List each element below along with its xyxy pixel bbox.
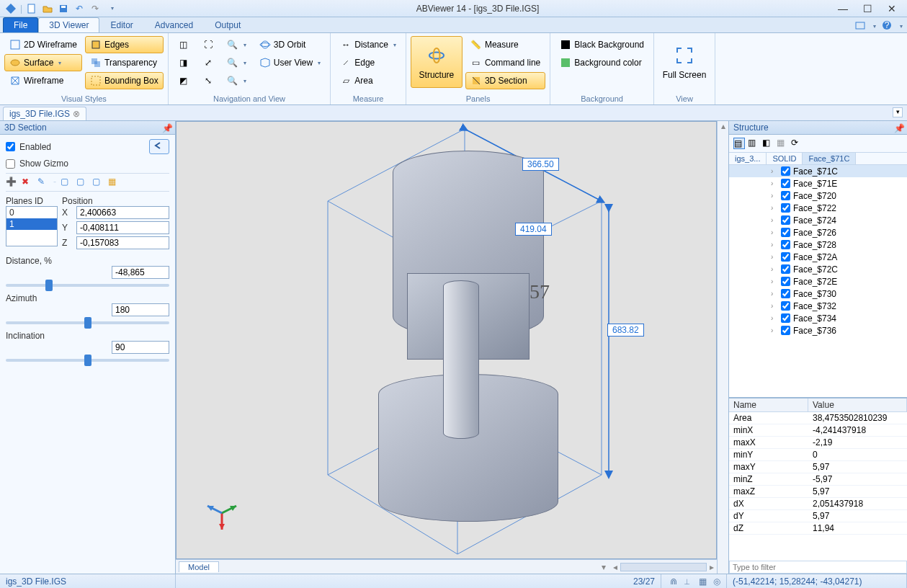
face-checkbox[interactable]: [781, 228, 790, 237]
snap-icon[interactable]: ⋒: [667, 576, 677, 587]
tab-3d-viewer[interactable]: 3D Viewer: [38, 17, 99, 32]
btn-edge[interactable]: ⟋Edge: [335, 54, 401, 71]
btn-transparency[interactable]: Transparency: [85, 54, 164, 71]
scroll-right-icon[interactable]: ▸: [707, 562, 717, 572]
btn-bounding-box[interactable]: Bounding Box: [85, 72, 164, 89]
face-checkbox[interactable]: [781, 326, 790, 335]
plane-tool-icon[interactable]: ✎: [37, 177, 49, 188]
tab-advanced[interactable]: Advanced: [144, 17, 204, 32]
chevron-right-icon[interactable]: ›: [771, 241, 778, 249]
tree-row[interactable]: › Face_$728: [729, 239, 907, 251]
btn-nav-1[interactable]: ◫: [173, 36, 195, 53]
btn-full-screen[interactable]: Full Screen: [658, 36, 710, 88]
grid-icon[interactable]: ▦: [696, 576, 706, 587]
plane-item-1[interactable]: 1: [6, 218, 57, 230]
btn-bg-color[interactable]: Background color: [555, 54, 649, 71]
gizmo-checkbox[interactable]: [6, 159, 15, 169]
btn-wireframe[interactable]: Wireframe: [4, 72, 82, 89]
tree-row[interactable]: › Face_$734: [729, 312, 907, 324]
tree-row[interactable]: › Face_$71E: [729, 177, 907, 190]
minimize-button[interactable]: —: [838, 3, 848, 14]
options-more[interactable]: [871, 20, 876, 30]
tab-close-icon[interactable]: ⊗: [73, 109, 80, 119]
enabled-checkbox[interactable]: [6, 142, 15, 151]
chevron-right-icon[interactable]: ›: [771, 253, 778, 261]
face-checkbox[interactable]: [781, 313, 790, 323]
face-checkbox[interactable]: [781, 191, 790, 200]
osnap-icon[interactable]: ◎: [710, 576, 720, 587]
btn-nav-3[interactable]: ◩: [173, 72, 195, 89]
chevron-right-icon[interactable]: ›: [771, 302, 778, 310]
btn-2d-wireframe[interactable]: 2D Wireframe: [4, 36, 82, 53]
tree-row[interactable]: › Face_$722: [729, 202, 907, 214]
plane-x-icon[interactable]: ▢: [61, 177, 72, 188]
3d-viewport[interactable]: 57 366.50 419.04 683.82: [176, 121, 717, 559]
tree-row[interactable]: › Face_$72A: [729, 251, 907, 263]
btn-nav-4[interactable]: ⛶: [197, 36, 219, 53]
face-checkbox[interactable]: [781, 277, 790, 286]
btn-area[interactable]: ▱Area: [335, 72, 401, 89]
azimuth-input[interactable]: [112, 303, 169, 316]
tab-file[interactable]: File: [3, 17, 38, 32]
tree-row[interactable]: › Face_$72E: [729, 275, 907, 288]
open-icon[interactable]: [41, 2, 54, 15]
btn-3d-section[interactable]: 3D Section: [465, 72, 545, 89]
inclination-input[interactable]: [112, 341, 169, 354]
face-checkbox[interactable]: [781, 166, 790, 176]
chevron-right-icon[interactable]: ›: [771, 192, 778, 200]
redo-icon[interactable]: ↷: [89, 2, 102, 15]
btn-3d-orbit[interactable]: 3D Orbit: [254, 36, 326, 53]
btn-edges[interactable]: Edges: [85, 36, 164, 53]
h-scrollbar[interactable]: [620, 563, 707, 571]
planes-listbox[interactable]: 0 1: [6, 206, 58, 246]
plane-y-icon[interactable]: ▢: [76, 177, 88, 188]
chevron-right-icon[interactable]: ›: [771, 265, 778, 273]
tree-row[interactable]: › Face_$720: [729, 190, 907, 202]
distance-slider[interactable]: [6, 284, 169, 287]
btn-distance[interactable]: ↔Distance: [335, 36, 401, 53]
chevron-right-icon[interactable]: ›: [771, 216, 778, 224]
btn-structure-panel[interactable]: Structure: [411, 36, 463, 88]
chevron-right-icon[interactable]: ›: [771, 204, 778, 212]
face-checkbox[interactable]: [781, 179, 790, 188]
chevron-right-icon[interactable]: ›: [771, 277, 778, 285]
face-checkbox[interactable]: [781, 252, 790, 262]
scroll-left-icon[interactable]: ◂: [610, 562, 620, 572]
tab-output[interactable]: Output: [204, 17, 251, 32]
vp-more[interactable]: ▾: [597, 562, 610, 572]
btn-user-view[interactable]: User View: [254, 54, 326, 71]
btn-zoom[interactable]: 🔍: [222, 36, 251, 53]
btn-zoom3[interactable]: 🔍: [222, 72, 251, 89]
chevron-right-icon[interactable]: ›: [771, 290, 778, 298]
refresh-icon[interactable]: ⟳: [791, 138, 803, 149]
help-more[interactable]: [898, 20, 903, 30]
btn-surface[interactable]: Surface: [4, 54, 82, 71]
chevron-right-icon[interactable]: ›: [771, 167, 778, 175]
new-icon[interactable]: [25, 2, 38, 15]
add-plane-icon[interactable]: ➕: [6, 177, 17, 188]
plane-item-0[interactable]: 0: [6, 207, 57, 218]
chevron-right-icon[interactable]: ›: [771, 228, 778, 236]
close-button[interactable]: ✕: [887, 3, 897, 14]
btn-nav-5[interactable]: ⤢: [197, 54, 219, 71]
mode4-icon[interactable]: ▦: [777, 138, 788, 149]
btn-zoom2[interactable]: 🔍: [222, 54, 251, 71]
plane-z-icon[interactable]: ▢: [92, 177, 104, 188]
face-checkbox[interactable]: [781, 215, 790, 225]
btn-nav-6[interactable]: ⤡: [197, 72, 219, 89]
document-tab[interactable]: igs_3D File.IGS ⊗: [3, 107, 86, 120]
face-checkbox[interactable]: [781, 264, 790, 274]
face-checkbox[interactable]: [781, 301, 790, 311]
v-scrollbar[interactable]: ▴: [717, 121, 728, 574]
chevron-right-icon[interactable]: ›: [771, 314, 778, 322]
z-input[interactable]: [76, 236, 169, 249]
qat-more[interactable]: [104, 2, 117, 15]
ortho-icon[interactable]: ⟂: [682, 576, 692, 587]
plane-all-icon[interactable]: ▦: [108, 177, 120, 188]
inclination-slider[interactable]: [6, 359, 169, 362]
y-input[interactable]: [76, 221, 169, 234]
btn-command-line[interactable]: ▭Command line: [465, 54, 545, 71]
distance-input[interactable]: [112, 266, 169, 279]
options-icon[interactable]: [854, 19, 867, 32]
tree-row[interactable]: › Face_$724: [729, 214, 907, 226]
